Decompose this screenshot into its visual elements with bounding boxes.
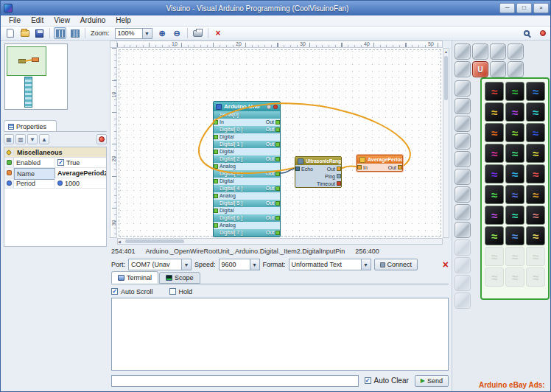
output-pin[interactable] <box>276 201 280 206</box>
component-icon[interactable] <box>455 204 471 220</box>
print-button[interactable] <box>192 27 204 39</box>
toolbox-search-button[interactable] <box>522 27 534 39</box>
chevron-down-icon[interactable]: ▼ <box>142 29 152 38</box>
component-icon[interactable]: ≈ <box>526 206 545 225</box>
canvas-vertical-scrollbar[interactable]: ▲ <box>443 48 449 238</box>
toolbox-pin-button[interactable] <box>536 27 549 39</box>
save-button[interactable] <box>33 27 46 39</box>
component-icon[interactable] <box>455 151 471 167</box>
canvas-horizontal-scrollbar[interactable]: ◀ <box>117 238 443 245</box>
component-icon[interactable]: ≈ <box>485 82 504 101</box>
component-icon[interactable]: ≈ <box>505 123 524 142</box>
alphabetic-view-button[interactable]: ▥ <box>15 134 26 144</box>
component-icon[interactable]: ≈ <box>485 226 504 245</box>
input-pin[interactable] <box>214 164 218 169</box>
expand-all-button[interactable]: ▼ <box>27 134 38 144</box>
component-icon[interactable] <box>455 169 471 185</box>
wire[interactable] <box>281 169 294 173</box>
component-icon[interactable]: ≈ <box>526 185 545 204</box>
component-icon[interactable] <box>490 43 506 60</box>
property-value[interactable]: AveragePeriod2 <box>55 168 106 178</box>
output-pin[interactable] <box>337 174 341 178</box>
wire[interactable] <box>343 166 356 168</box>
port-select[interactable]: COM7 (Unav ▼ <box>128 259 192 270</box>
component-average-period[interactable]: AveragePeriod2 InOut <box>357 155 403 172</box>
chevron-down-icon[interactable]: ▼ <box>361 259 371 270</box>
output-pin[interactable] <box>398 165 402 169</box>
pin-icon[interactable] <box>273 105 278 109</box>
maximize-button[interactable]: □ <box>516 3 532 13</box>
send-button[interactable]: ▶ Send <box>415 375 449 387</box>
average-header[interactable]: AveragePeriod2 <box>357 155 402 164</box>
component-icon[interactable] <box>455 239 471 256</box>
component-icon[interactable]: ≈ <box>526 123 545 142</box>
property-row[interactable]: Period1000 <box>4 178 106 189</box>
input-pin[interactable] <box>214 209 218 213</box>
collapse-all-button[interactable]: ▲ <box>39 134 49 144</box>
component-icon[interactable]: ≈ <box>485 102 504 122</box>
input-pin[interactable] <box>214 150 218 154</box>
menu-item-view[interactable]: View <box>49 15 75 26</box>
zoom-select[interactable]: 100% ▼ <box>115 28 152 39</box>
output-pin[interactable] <box>276 157 280 161</box>
connect-button[interactable]: Connect <box>374 259 418 270</box>
component-icon[interactable] <box>455 275 471 291</box>
input-pin[interactable] <box>214 135 218 139</box>
arduino-header[interactable]: Arduino Uno <box>214 102 280 111</box>
disconnect-button[interactable]: × <box>212 27 225 39</box>
component-icon[interactable] <box>455 257 471 273</box>
component-icon[interactable]: ≈ <box>526 82 545 101</box>
component-icon[interactable] <box>455 61 471 77</box>
property-row[interactable]: Enabled✓True <box>4 158 106 168</box>
scrollbar-thumb[interactable] <box>444 56 448 100</box>
ultrasonic-header[interactable]: UltrasonicRanger1 <box>295 157 341 165</box>
component-icon[interactable]: ≈ <box>505 164 524 183</box>
auto-clear-checkbox[interactable]: ✓ Auto Clear <box>365 377 409 385</box>
chevron-down-icon[interactable]: ▼ <box>250 259 259 270</box>
input-pin[interactable] <box>295 167 300 171</box>
open-button[interactable] <box>18 27 31 39</box>
component-icon[interactable]: ≈ <box>505 267 524 287</box>
scroll-up-icon[interactable]: ▲ <box>443 49 449 55</box>
input-pin[interactable] <box>357 165 362 169</box>
component-icon[interactable]: ≈ <box>505 82 524 101</box>
output-pin[interactable] <box>337 167 341 171</box>
design-canvas[interactable]: Arduino Uno Serial[0]InOutDigital[ 0 ]Ou… <box>117 48 443 238</box>
output-pin[interactable] <box>276 142 280 147</box>
component-icon[interactable] <box>455 133 471 150</box>
output-pin[interactable] <box>276 231 280 235</box>
component-icon[interactable]: ≈ <box>526 144 545 163</box>
checkbox-checked-icon[interactable]: ✓ <box>365 377 371 384</box>
component-icon[interactable]: ≈ <box>526 102 545 122</box>
component-icon[interactable]: ≈ <box>505 226 524 245</box>
chevron-down-icon[interactable]: ▼ <box>181 259 191 270</box>
output-pin[interactable] <box>276 216 280 220</box>
tab-scope[interactable]: Scope <box>159 272 200 284</box>
zoom-in-button[interactable]: ⊕ <box>156 27 169 39</box>
component-icon[interactable]: ≈ <box>485 206 504 225</box>
overview-minimap[interactable] <box>4 43 68 110</box>
menu-item-file[interactable]: File <box>4 15 26 26</box>
output-pin[interactable] <box>276 172 280 176</box>
property-category-row[interactable]: Miscellaneous <box>4 147 106 158</box>
property-value[interactable]: 1000 <box>55 178 106 188</box>
component-icon[interactable] <box>455 293 471 309</box>
output-pin[interactable] <box>276 127 280 132</box>
tab-terminal[interactable]: Terminal <box>111 271 158 284</box>
scroll-left-icon[interactable]: ◀ <box>118 239 121 245</box>
input-pin[interactable] <box>214 223 218 228</box>
input-pin[interactable] <box>214 120 218 125</box>
component-icon[interactable] <box>455 80 471 97</box>
input-pin[interactable] <box>214 179 218 183</box>
component-icon[interactable]: ≈ <box>485 267 504 287</box>
component-icon[interactable]: ≈ <box>526 267 545 287</box>
component-icon[interactable]: ≈ <box>505 102 524 122</box>
component-icon[interactable]: ≈ <box>526 164 545 183</box>
component-icon[interactable]: ≈ <box>505 206 524 225</box>
property-row[interactable]: NameAveragePeriod2 <box>4 168 106 178</box>
component-icon[interactable]: ≈ <box>505 247 524 266</box>
component-icon[interactable]: ≈ <box>485 144 504 163</box>
component-icon[interactable]: U <box>472 61 488 77</box>
component-view-toggle[interactable] <box>69 27 81 39</box>
hold-checkbox[interactable]: Hold <box>169 288 193 295</box>
